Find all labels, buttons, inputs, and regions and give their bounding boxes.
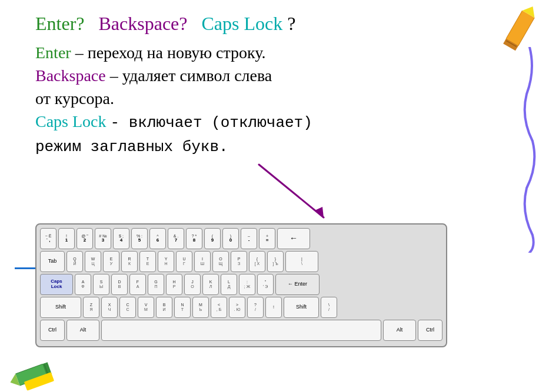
key-comma[interactable]: <, Б bbox=[211, 297, 227, 318]
key-ctrl-right[interactable]: Ctrl bbox=[418, 320, 442, 341]
line2: Backspace – удаляет символ слева bbox=[35, 64, 490, 87]
key-alt-right[interactable]: Alt bbox=[383, 320, 416, 341]
key-ctrl-left[interactable]: Ctrl bbox=[40, 320, 65, 341]
question-mark: ? bbox=[287, 13, 295, 34]
key-4[interactable]: $ ;4 bbox=[113, 228, 129, 249]
key-8[interactable]: ? *8 bbox=[186, 228, 202, 249]
title-line: Enter? Backspace? Caps Lock ? bbox=[35, 12, 490, 36]
keyboard-wrap: ~ Ё` , !1 @ "2 # №3 $ ;4 % :5 ^6 & .7 ? … bbox=[35, 223, 459, 347]
line2-text: – удаляет символ слева bbox=[110, 66, 272, 85]
key-backslash[interactable]: |\ bbox=[285, 251, 318, 272]
key-2[interactable]: @ "2 bbox=[76, 228, 93, 249]
key-backspace[interactable]: ← bbox=[277, 228, 310, 249]
key-t[interactable]: TЕ bbox=[139, 251, 156, 272]
key-exclaim[interactable]: ! bbox=[265, 297, 282, 318]
row-asdf: CapsLock AФ SЫ DВ FА GП HР JО KЛ LД :; Ж… bbox=[40, 274, 442, 295]
key-9[interactable]: (9 bbox=[204, 228, 221, 249]
enter-label-title: Enter? bbox=[35, 13, 85, 34]
key-r[interactable]: RК bbox=[121, 251, 138, 272]
key-d[interactable]: DВ bbox=[111, 274, 128, 295]
row-qwerty: Tab QЙ WЦ EУ RК TЕ YН UГ IШ OЩ PЗ {[ Х }… bbox=[40, 251, 442, 272]
key-shift-left[interactable]: Shift bbox=[40, 297, 81, 318]
key-c[interactable]: CС bbox=[119, 297, 136, 318]
key-s[interactable]: SЫ bbox=[93, 274, 109, 295]
key-w[interactable]: WЦ bbox=[85, 251, 101, 272]
key-backslash2[interactable]: \/ bbox=[321, 297, 337, 318]
key-lbracket[interactable]: {[ Х bbox=[249, 251, 265, 272]
key-equals[interactable]: += bbox=[259, 228, 275, 249]
purple-arrow bbox=[253, 159, 341, 229]
key-l[interactable]: LД bbox=[221, 274, 237, 295]
capslock-label-title: Caps Lock bbox=[202, 13, 283, 34]
text-block: Enter – переход на новую строку. Backspa… bbox=[35, 41, 490, 158]
key-shift-right[interactable]: Shift bbox=[284, 297, 319, 318]
line3: от курсора. bbox=[35, 87, 490, 110]
svg-line-13 bbox=[259, 165, 324, 217]
crayon-bottom-left bbox=[5, 353, 59, 392]
key-x[interactable]: XЧ bbox=[101, 297, 118, 318]
key-slash[interactable]: ?/ bbox=[247, 297, 264, 318]
line1: Enter – переход на новую строку. bbox=[35, 41, 490, 64]
key-minus[interactable]: –- bbox=[241, 228, 257, 249]
key-a[interactable]: AФ bbox=[75, 274, 91, 295]
key-h[interactable]: HР bbox=[166, 274, 182, 295]
row-bottom: Ctrl Alt Alt Ctrl bbox=[40, 320, 442, 341]
key-i[interactable]: IШ bbox=[194, 251, 211, 272]
key-n[interactable]: NТ bbox=[174, 297, 191, 318]
backspace-label-title: Backspace? bbox=[99, 13, 188, 34]
keyboard: ~ Ё` , !1 @ "2 # №3 $ ;4 % :5 ^6 & .7 ? … bbox=[35, 223, 447, 347]
main-content: Enter? Backspace? Caps Lock ? Enter – пе… bbox=[35, 12, 490, 158]
key-tilde[interactable]: ~ Ё` , bbox=[40, 228, 56, 249]
key-b[interactable]: BИ bbox=[156, 297, 172, 318]
key-k[interactable]: KЛ bbox=[202, 274, 219, 295]
capslock-keyword: Caps Lock bbox=[35, 112, 107, 130]
wavy-purple-decoration bbox=[521, 47, 538, 253]
key-3[interactable]: # №3 bbox=[95, 228, 111, 249]
key-alt-left[interactable]: Alt bbox=[66, 320, 99, 341]
key-semicolon[interactable]: :; Ж bbox=[239, 274, 255, 295]
key-g[interactable]: GП bbox=[148, 274, 164, 295]
enter-keyword: Enter bbox=[35, 43, 71, 62]
key-q[interactable]: QЙ bbox=[66, 251, 83, 272]
row-zxcv: Shift ZЯ XЧ CС VМ BИ NТ MЬ <, Б >. Ю ?/ … bbox=[40, 297, 442, 318]
key-1[interactable]: !1 bbox=[58, 228, 75, 249]
key-u[interactable]: UГ bbox=[176, 251, 192, 272]
key-j[interactable]: JО bbox=[184, 274, 201, 295]
line4-text: - включает (отключает) bbox=[111, 114, 312, 132]
key-f[interactable]: FА bbox=[129, 274, 146, 295]
row-number: ~ Ё` , !1 @ "2 # №3 $ ;4 % :5 ^6 & .7 ? … bbox=[40, 228, 442, 249]
key-5[interactable]: % :5 bbox=[131, 228, 148, 249]
line1-text: – переход на новую строку. bbox=[75, 43, 266, 62]
key-p[interactable]: PЗ bbox=[231, 251, 247, 272]
key-7[interactable]: & .7 bbox=[168, 228, 184, 249]
key-v[interactable]: VМ bbox=[138, 297, 154, 318]
key-o[interactable]: OЩ bbox=[212, 251, 229, 272]
key-z[interactable]: ZЯ bbox=[83, 297, 99, 318]
key-enter[interactable]: ← Enter bbox=[275, 274, 320, 295]
crayon-top-right bbox=[491, 0, 548, 61]
key-e[interactable]: EУ bbox=[103, 251, 119, 272]
line5: режим заглавных букв. bbox=[35, 134, 490, 158]
key-0[interactable]: )0 bbox=[222, 228, 239, 249]
key-rbracket[interactable]: }] Ъ bbox=[267, 251, 284, 272]
key-y[interactable]: YН bbox=[158, 251, 174, 272]
key-capslock[interactable]: CapsLock bbox=[40, 274, 73, 295]
key-m[interactable]: MЬ bbox=[192, 297, 209, 318]
key-6[interactable]: ^6 bbox=[149, 228, 166, 249]
key-quote[interactable]: "' Э bbox=[257, 274, 274, 295]
backspace-keyword: Backspace bbox=[35, 66, 106, 85]
key-space[interactable] bbox=[101, 320, 381, 341]
key-tab[interactable]: Tab bbox=[40, 251, 65, 272]
line4: Caps Lock - включает (отключает) bbox=[35, 110, 490, 133]
key-period[interactable]: >. Ю bbox=[229, 297, 245, 318]
